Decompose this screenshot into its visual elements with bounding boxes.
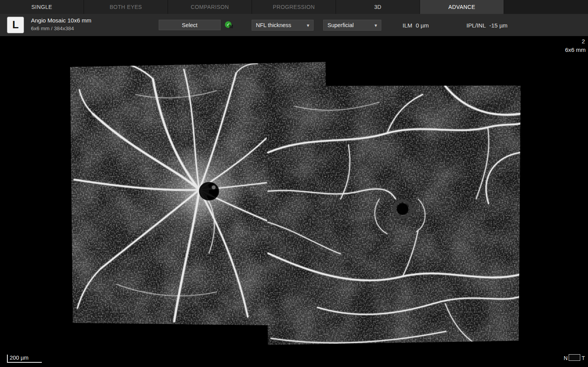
dropdown-value: NFL thickness (256, 22, 291, 28)
left-eye-badge: L (7, 17, 24, 33)
scan-subtitle: 6x6 mm / 384x384 (31, 26, 91, 32)
ipl-inl-offset: IPL/INL -15 µm (466, 22, 507, 29)
tab-advance[interactable]: ADVANCE (420, 0, 504, 14)
tab-bar: SINGLE BOTH EYES COMPARISON PROGRESSION … (0, 0, 588, 14)
tab-single[interactable]: SINGLE (0, 0, 84, 14)
orientation-nasal-label: N (564, 355, 567, 361)
orientation-temporal-label: T (581, 355, 585, 361)
angio-mosaic-viewer[interactable]: 2 6x6 mm 200 µm N T (0, 36, 588, 367)
dropdown-value: Superficial (327, 22, 354, 28)
scan-toolbar: L Angio Mosaic 10x6 mm 6x6 mm / 384x384 … (0, 14, 588, 36)
slab-dropdown[interactable]: Superficial ▾ (323, 20, 381, 31)
tab-bar-filler (504, 0, 588, 14)
scale-bar: 200 µm (7, 355, 42, 363)
nfl-thickness-dropdown[interactable]: NFL thickness ▾ (252, 20, 314, 31)
ilm-label: ILM (403, 22, 412, 29)
image-index-label: 2 (582, 38, 585, 45)
ilm-value: 0 µm (416, 22, 429, 29)
orientation-box-icon (569, 354, 580, 361)
chevron-down-icon: ▾ (302, 22, 309, 28)
tab-both-eyes[interactable]: BOTH EYES (84, 0, 168, 14)
octa-mosaic-image[interactable] (0, 36, 588, 367)
tab-progression[interactable]: PROGRESSION (252, 0, 336, 14)
image-size-label: 6x6 mm (565, 46, 586, 53)
chevron-down-icon: ▾ (370, 22, 377, 28)
ipl-label: IPL/INL (466, 22, 486, 29)
ipl-value: -15 µm (489, 22, 507, 29)
tab-3d[interactable]: 3D (336, 0, 420, 14)
orientation-indicator: N T (564, 354, 585, 362)
mosaic-check-icon[interactable]: ✓ M (225, 21, 235, 30)
scan-title: Angio Mosaic 10x6 mm (31, 17, 91, 24)
select-button[interactable]: Select (159, 20, 221, 30)
mosaic-letter: M (229, 24, 233, 29)
scan-info: Angio Mosaic 10x6 mm 6x6 mm / 384x384 (31, 17, 91, 32)
tab-comparison[interactable]: COMPARISON (168, 0, 252, 14)
ilm-offset: ILM 0 µm (403, 22, 429, 29)
